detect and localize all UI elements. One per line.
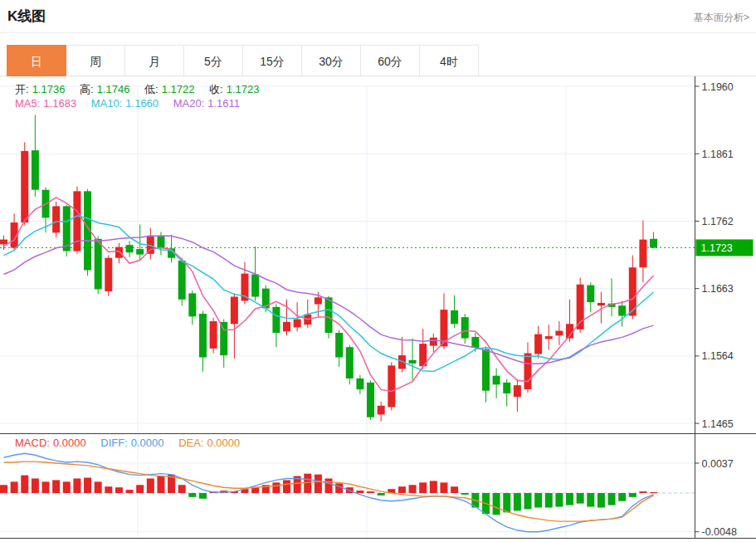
tab-15min[interactable]: 15分 xyxy=(242,45,302,76)
candle-body xyxy=(545,336,553,339)
price-tick-label: 1.1465 xyxy=(702,418,734,430)
tab-30min[interactable]: 30分 xyxy=(301,45,361,76)
chart-canvas[interactable]: 1.19601.18611.17621.16631.15641.14650.00… xyxy=(0,76,756,542)
candle-body xyxy=(367,383,374,417)
ma10-value: 1.1660 xyxy=(125,97,159,110)
price-tick-label: 1.1960 xyxy=(702,81,734,93)
candle-body xyxy=(482,349,490,391)
macd-bar xyxy=(378,493,385,496)
tab-60min[interactable]: 60分 xyxy=(360,45,420,76)
candle-body xyxy=(199,314,207,358)
candle-body xyxy=(388,365,395,407)
macd-bar xyxy=(534,493,542,508)
macd-bar xyxy=(461,493,469,495)
macd-bar xyxy=(587,493,594,507)
macd-tick-label: 0.0037 xyxy=(702,458,734,470)
macd-bar xyxy=(178,485,186,493)
macd-bar xyxy=(618,493,626,501)
candle-body xyxy=(188,293,196,316)
candle-body xyxy=(220,322,227,355)
candle-body xyxy=(136,249,144,255)
macd-bar xyxy=(524,493,532,509)
macd-legend: MACD:0.0000 DIFF:0.0000 DEA:0.0000 xyxy=(15,437,243,449)
candle-body xyxy=(356,378,363,389)
macd-bar xyxy=(566,493,573,505)
candle-body xyxy=(471,337,479,348)
candle-body xyxy=(639,240,646,268)
macd-bar xyxy=(577,493,584,504)
candle-body xyxy=(409,360,417,364)
candle-body xyxy=(493,376,500,385)
tab-5min[interactable]: 5分 xyxy=(183,45,243,76)
macd-bar xyxy=(0,485,7,493)
kline-page: K线图 基本面分析> 日 周 月 5分 15分 30分 60分 4时 开:1.1… xyxy=(0,0,756,542)
macd-bar xyxy=(283,480,290,493)
open-value: 1.1736 xyxy=(32,83,66,95)
macd-bar xyxy=(440,482,447,493)
macd-bar xyxy=(398,486,406,493)
candle-body xyxy=(524,354,532,389)
candle-body xyxy=(335,333,343,358)
kline-chart[interactable]: 开:1.1736 高:1.1746 低:1.1722 收:1.1723 MA5:… xyxy=(0,76,756,542)
fundamental-analysis-link[interactable]: 基本面分析> xyxy=(694,11,749,25)
macd-bar xyxy=(650,492,657,493)
macd-bar xyxy=(84,478,91,493)
candle-body xyxy=(251,274,259,296)
price-tick-label: 1.1663 xyxy=(702,283,734,295)
tab-month[interactable]: 月 xyxy=(124,45,184,76)
ma-legend: MA5:1.1683 MA10:1.1660 MA20:1.1611 xyxy=(15,97,243,110)
ma10-label: MA10: xyxy=(91,97,123,110)
close-label: 收: xyxy=(209,83,223,95)
macd-bar xyxy=(126,490,134,493)
macd-bar xyxy=(157,476,164,493)
price-tick-label: 1.1762 xyxy=(702,216,734,227)
ma5-label: MA5: xyxy=(15,97,40,110)
macd-bar xyxy=(251,487,259,493)
low-value: 1.1722 xyxy=(162,83,195,95)
tab-4hour[interactable]: 4时 xyxy=(419,45,479,76)
macd-bar xyxy=(419,482,427,493)
candle-body xyxy=(294,320,301,328)
macd-bar xyxy=(430,481,437,493)
candle-body xyxy=(105,258,112,291)
candle-body xyxy=(451,310,458,324)
price-tick-label: 1.1861 xyxy=(702,149,734,160)
macd-bar xyxy=(52,480,60,493)
tab-day[interactable]: 日 xyxy=(7,45,66,76)
tab-week[interactable]: 周 xyxy=(66,45,125,76)
macd-bar xyxy=(11,481,18,493)
macd-bar xyxy=(629,493,637,497)
timeframe-tabbar: 日 周 月 5分 15分 30分 60分 4时 xyxy=(7,45,479,76)
macd-value: 0.0000 xyxy=(53,437,86,449)
candle-body xyxy=(115,247,123,258)
candle-body xyxy=(514,385,521,397)
macd-bar xyxy=(608,493,616,505)
candle-body xyxy=(555,331,563,336)
current-price-badge: 1.1723 xyxy=(696,239,754,256)
macd-bar xyxy=(514,493,521,510)
macd-label: MACD: xyxy=(15,437,50,449)
candle-body xyxy=(21,151,28,222)
macd-bar xyxy=(597,493,605,508)
candle-body xyxy=(378,406,385,415)
ma5-value: 1.1683 xyxy=(43,97,76,110)
macd-bar xyxy=(272,482,280,493)
macd-tick-label: -0.0048 xyxy=(702,526,737,538)
macd-bar xyxy=(136,485,144,493)
macd-bar xyxy=(73,478,80,493)
macd-bar xyxy=(63,481,71,493)
page-title: K线图 xyxy=(7,7,46,26)
low-label: 低: xyxy=(144,83,159,95)
candle-body xyxy=(272,307,280,333)
macd-bar xyxy=(32,478,39,493)
macd-bar xyxy=(545,493,553,508)
candle-body xyxy=(430,338,437,346)
price-tick-label: 1.1564 xyxy=(702,350,734,362)
candle-body xyxy=(157,236,164,248)
close-value: 1.1723 xyxy=(227,83,260,95)
ma5-line xyxy=(4,198,654,392)
candle-body xyxy=(178,261,186,300)
macd-bar xyxy=(451,486,458,493)
macd-bar xyxy=(115,487,123,493)
candle-body xyxy=(231,297,238,325)
